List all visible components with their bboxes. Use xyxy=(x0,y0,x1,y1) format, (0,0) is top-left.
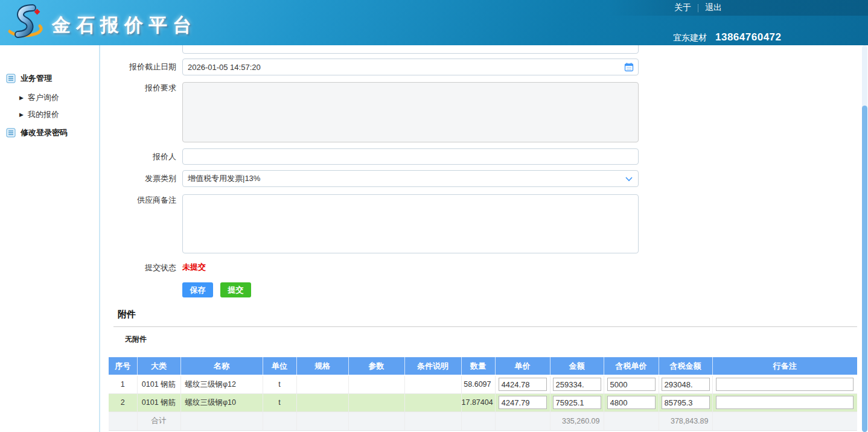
sidebar-item-label: 业务管理 xyxy=(21,73,52,84)
cell-blank xyxy=(404,411,461,430)
about-link[interactable]: 关于 xyxy=(674,2,691,13)
cell-name: 螺纹三级钢φ10 xyxy=(180,393,263,411)
caret-right-icon: ▶ xyxy=(19,112,24,118)
cell-blank xyxy=(712,411,857,430)
quoter-input[interactable] xyxy=(182,148,639,165)
cell-spec xyxy=(296,393,348,411)
sidebar-item-customer-inquiry[interactable]: ▶ 客户询价 xyxy=(0,91,100,104)
col-tax-amount: 含税金额 xyxy=(659,357,712,375)
requirements-textarea[interactable] xyxy=(182,82,639,142)
calendar-icon[interactable] xyxy=(624,62,634,72)
table-total-row: 合计 335,260.09 378,843.89 xyxy=(109,411,857,430)
logout-link[interactable]: 退出 xyxy=(705,2,722,13)
amount-total: 335,260.09 xyxy=(550,411,604,430)
account-info: 宜东建材13864760472 xyxy=(673,31,782,43)
cell-category: 0101 钢筋 xyxy=(137,393,180,411)
cell-blank xyxy=(495,411,550,430)
header-top-band xyxy=(608,0,868,16)
attachments-empty-text: 无附件 xyxy=(125,334,147,345)
amount-input[interactable] xyxy=(553,378,601,391)
supplier-note-textarea[interactable] xyxy=(182,194,639,253)
col-spec: 规格 xyxy=(296,357,348,375)
clipped-top-field[interactable] xyxy=(182,45,639,54)
cell-qty: 58.6097 xyxy=(461,375,495,393)
row-note-input[interactable] xyxy=(716,378,854,391)
sidebar-item-my-quotes[interactable]: ▶ 我的报价 xyxy=(0,108,100,121)
cell-blank xyxy=(461,411,495,430)
account-phone: 13864760472 xyxy=(715,31,782,43)
cell-category: 0101 钢筋 xyxy=(137,375,180,393)
attachments-title: 附件 xyxy=(118,309,136,320)
list-icon xyxy=(6,128,16,138)
col-param: 参数 xyxy=(348,357,404,375)
col-amount: 金额 xyxy=(550,357,604,375)
price-input[interactable] xyxy=(499,396,547,409)
invoice-type-select[interactable]: 增值税专用发票|13% xyxy=(182,170,639,187)
tax-amount-total: 378,843.89 xyxy=(659,411,712,430)
scrollbar-thumb[interactable] xyxy=(862,106,867,432)
save-button[interactable]: 保存 xyxy=(182,282,213,297)
cell-blank xyxy=(180,411,263,430)
list-icon xyxy=(6,74,16,83)
cell-seq: 2 xyxy=(109,393,137,411)
header-nav: 关于 退出 xyxy=(674,2,722,13)
table-header-row: 序号 大类 名称 单位 规格 参数 条件说明 数量 单价 金额 含税单价 含税金… xyxy=(109,357,857,375)
col-unit: 单位 xyxy=(263,357,296,375)
app-title: 金石报价平台 xyxy=(52,13,197,38)
col-category: 大类 xyxy=(137,357,180,375)
tax-price-input[interactable] xyxy=(607,396,656,409)
chevron-down-icon xyxy=(625,177,633,182)
col-name: 名称 xyxy=(180,357,263,375)
cell-blank xyxy=(348,411,404,430)
nav-divider xyxy=(698,4,698,12)
cell-blank xyxy=(263,411,296,430)
sidebar-item-business-mgmt[interactable]: 业务管理 xyxy=(0,72,100,85)
supplier-note-label: 供应商备注 xyxy=(109,194,176,206)
row-note-input[interactable] xyxy=(716,396,854,409)
table-row-selected: 2 0101 钢筋 螺纹三级钢φ10 t 17.87404 xyxy=(109,393,857,411)
invoice-type-label: 发票类别 xyxy=(109,170,176,187)
amount-input[interactable] xyxy=(553,396,601,409)
cell-unit: t xyxy=(263,393,296,411)
main-content: 报价截止日期 报价要求 报价人 发票类别 增值税专用发票|13% 供应商备注 提… xyxy=(109,45,857,432)
submit-status-label: 提交状态 xyxy=(109,262,176,274)
quote-items-table: 序号 大类 名称 单位 规格 参数 条件说明 数量 单价 金额 含税单价 含税金… xyxy=(109,357,857,431)
table-row: 1 0101 钢筋 螺纹三级钢φ12 t 58.6097 xyxy=(109,375,857,393)
invoice-type-value: 增值税专用发票|13% xyxy=(188,174,260,183)
cell-name: 螺纹三级钢φ12 xyxy=(180,375,263,393)
cell-seq: 1 xyxy=(109,375,137,393)
sidebar-item-change-password[interactable]: 修改登录密码 xyxy=(0,126,100,139)
cell-blank xyxy=(604,411,659,430)
deadline-label: 报价截止日期 xyxy=(109,59,176,75)
sidebar-item-label: 修改登录密码 xyxy=(21,127,68,138)
app-logo-icon xyxy=(5,2,45,42)
col-price: 单价 xyxy=(495,357,550,375)
sidebar-item-label: 我的报价 xyxy=(28,109,59,120)
sidebar-item-label: 客户询价 xyxy=(28,92,59,103)
cell-qty: 17.87404 xyxy=(461,393,495,411)
col-qty: 数量 xyxy=(461,357,495,375)
cell-param xyxy=(348,375,404,393)
sidebar: 业务管理 ▶ 客户询价 ▶ 我的报价 修改登录密码 xyxy=(0,45,100,432)
col-tax-price: 含税单价 xyxy=(604,357,659,375)
cell-blank xyxy=(296,411,348,430)
tax-amount-input[interactable] xyxy=(662,378,710,391)
app-header: 金石报价平台 关于 退出 宜东建材13864760472 xyxy=(0,0,868,45)
col-note: 行备注 xyxy=(712,357,857,375)
requirements-label: 报价要求 xyxy=(109,82,176,94)
company-name: 宜东建材 xyxy=(673,33,707,42)
submit-button[interactable]: 提交 xyxy=(220,282,251,297)
tax-amount-input[interactable] xyxy=(662,396,710,409)
caret-right-icon: ▶ xyxy=(19,95,24,101)
col-seq: 序号 xyxy=(109,357,137,375)
deadline-input[interactable] xyxy=(182,59,639,75)
cell-blank xyxy=(109,411,137,430)
cell-spec xyxy=(296,375,348,393)
status-badge: 未提交 xyxy=(182,262,206,273)
cell-condition xyxy=(404,375,461,393)
col-condition: 条件说明 xyxy=(404,357,461,375)
price-input[interactable] xyxy=(499,378,547,391)
cell-condition xyxy=(404,393,461,411)
tax-price-input[interactable] xyxy=(607,378,656,391)
cell-param xyxy=(348,393,404,411)
